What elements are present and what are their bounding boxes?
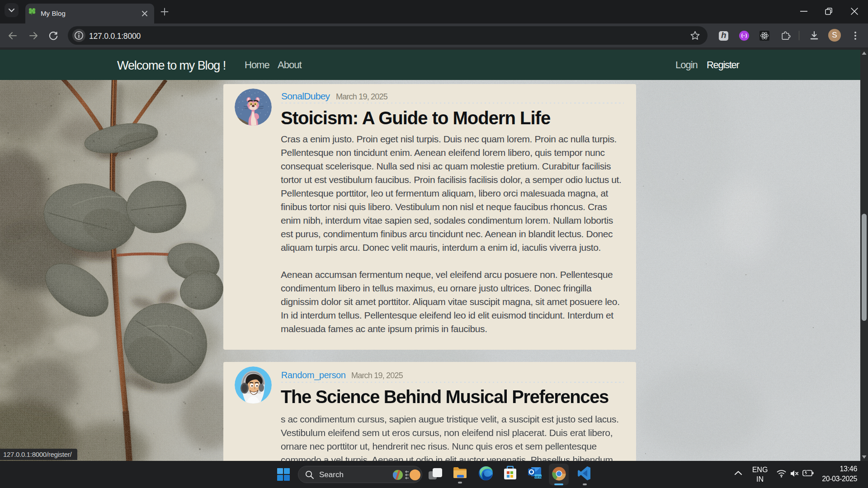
svg-text:NEW: NEW bbox=[534, 475, 542, 479]
